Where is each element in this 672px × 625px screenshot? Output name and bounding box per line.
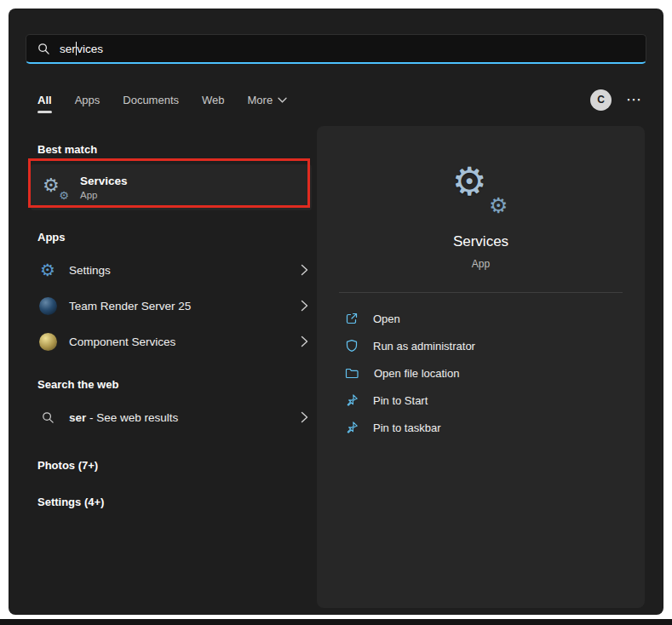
best-match-title: Services <box>80 175 128 187</box>
action-label: Pin to taskbar <box>373 421 441 434</box>
tab-all[interactable]: All <box>37 94 52 106</box>
search-query: services <box>60 42 103 55</box>
search-query-after-caret: vices <box>77 43 103 55</box>
best-match-subtitle: App <box>80 190 128 200</box>
action-run-as-administrator[interactable]: Run as administrator <box>317 332 645 359</box>
results-list: Best match ⚙ ⚙ Services App Apps ⚙ Setti… <box>26 135 317 508</box>
result-label: Component Services <box>69 335 175 348</box>
result-team-render-server[interactable]: Team Render Server 25 <box>26 288 317 324</box>
web-query-rest: - See web results <box>86 411 178 424</box>
tab-more-label: More <box>248 94 273 106</box>
open-icon <box>345 312 359 325</box>
chevron-right-icon[interactable] <box>301 264 308 276</box>
preview-title: Services <box>317 233 645 250</box>
action-pin-to-taskbar[interactable]: Pin to taskbar <box>317 414 645 441</box>
best-match-result[interactable]: ⚙ ⚙ Services App <box>31 164 312 210</box>
best-match-header: Best match <box>37 143 317 156</box>
settings-group-header[interactable]: Settings (4+) <box>37 496 317 508</box>
tab-apps[interactable]: Apps <box>75 94 101 106</box>
action-open-file-location[interactable]: Open file location <box>317 359 645 387</box>
settings-gear-icon: ⚙ <box>37 261 58 278</box>
preview-subtitle: App <box>317 258 645 270</box>
apps-section-header: Apps <box>37 231 317 244</box>
action-label: Open file location <box>374 367 459 380</box>
shield-icon <box>345 339 359 353</box>
tab-documents[interactable]: Documents <box>123 94 179 106</box>
tab-more[interactable]: More <box>248 94 288 106</box>
result-web-search[interactable]: ser - See web results <box>26 399 317 435</box>
result-settings[interactable]: ⚙ Settings <box>26 252 317 288</box>
services-gears-icon-large: ⚙ ⚙ <box>451 163 512 211</box>
action-label: Run as administrator <box>373 340 475 353</box>
search-icon <box>37 43 50 55</box>
search-flyout: services All Apps Documents Web More C ⋯… <box>9 9 663 615</box>
web-result-label: ser - See web results <box>69 411 178 424</box>
more-options-icon[interactable]: ⋯ <box>626 92 641 107</box>
search-query-before-caret: ser <box>60 43 76 55</box>
chevron-right-icon[interactable] <box>301 411 308 423</box>
component-services-icon <box>37 333 58 351</box>
best-match-text: Services App <box>80 175 128 200</box>
photos-group-header[interactable]: Photos (7+) <box>37 459 317 472</box>
tab-web[interactable]: Web <box>202 94 225 106</box>
chevron-right-icon[interactable] <box>301 335 308 347</box>
action-label: Pin to Start <box>373 394 428 407</box>
result-label: Settings <box>69 264 111 277</box>
search-icon <box>37 411 58 424</box>
result-label: Team Render Server 25 <box>69 300 191 312</box>
folder-icon <box>345 367 359 380</box>
preview-pane: ⚙ ⚙ Services App Open Run as administrat… <box>317 126 645 608</box>
services-gears-icon: ⚙ ⚙ <box>43 175 68 200</box>
filter-tabs: All Apps Documents Web More C ⋯ <box>37 89 641 111</box>
taskbar-edge <box>0 619 672 625</box>
action-pin-to-start[interactable]: Pin to Start <box>317 387 645 414</box>
divider <box>339 292 623 293</box>
pin-icon <box>345 421 359 434</box>
team-render-server-icon <box>37 297 58 315</box>
action-label: Open <box>373 312 400 325</box>
action-open[interactable]: Open <box>317 305 645 332</box>
pin-icon <box>345 393 359 407</box>
search-input[interactable]: services <box>26 34 646 64</box>
chevron-right-icon[interactable] <box>301 300 308 312</box>
web-query: ser <box>69 411 86 424</box>
result-component-services[interactable]: Component Services <box>26 324 317 359</box>
account-avatar[interactable]: C <box>590 89 612 111</box>
chevron-down-icon <box>278 97 287 103</box>
web-section-header: Search the web <box>37 378 317 391</box>
